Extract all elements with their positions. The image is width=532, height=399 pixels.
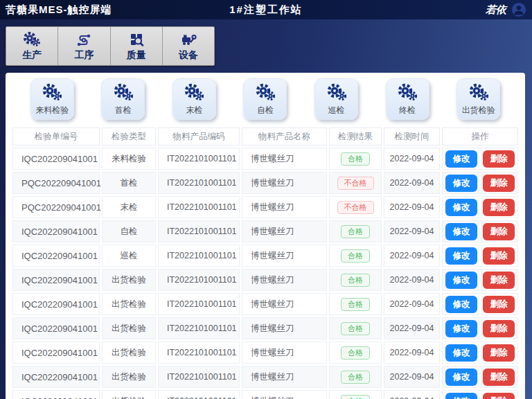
avatar[interactable] [511, 2, 526, 17]
edit-button[interactable]: 修改 [445, 320, 477, 337]
delete-button[interactable]: 删除 [483, 369, 515, 386]
delete-button[interactable]: 删除 [483, 150, 515, 168]
cell-result: 合格 [329, 148, 382, 170]
nav-label: 质量 [127, 49, 146, 62]
cell-result: 合格 [329, 317, 382, 339]
delete-button[interactable]: 删除 [483, 223, 515, 240]
content-panel: 来料检验 首检 末检 自检 巡检 [6, 73, 525, 399]
gears-icon [42, 82, 62, 103]
main-nav: 生产 工序 质量 [6, 26, 215, 66]
delete-button[interactable]: 删除 [483, 320, 515, 337]
edit-button[interactable]: 修改 [445, 344, 477, 362]
result-badge: 不合格 [337, 201, 374, 214]
cell-date: 2022-09-04 [384, 245, 440, 267]
delete-button[interactable]: 删除 [483, 344, 515, 362]
inspection-button[interactable]: 末检 [172, 78, 216, 120]
inspection-button[interactable]: 首检 [101, 78, 145, 120]
column-header-order-no: 检验单编号 [12, 127, 100, 145]
delete-button[interactable]: 删除 [483, 175, 515, 192]
cell-type: 自检 [102, 220, 156, 242]
nav-quality[interactable]: 质量 [111, 27, 163, 65]
cell-order-no: IQC202209041001 [12, 245, 100, 267]
cell-result: 不合格 [329, 172, 382, 194]
user-menu[interactable]: 若依 [486, 2, 526, 17]
cell-result: 不合格 [329, 196, 382, 218]
table-row: IQC202209041001 出货检验 IT2022101001101 博世螺… [12, 293, 518, 315]
cell-date: 2022-09-04 [384, 269, 440, 291]
inspection-button[interactable]: 终检 [386, 78, 429, 120]
column-header-material-code: 物料产品编码 [158, 127, 240, 145]
cell-actions: 修改 删除 [442, 366, 518, 388]
table-header: 检验单编号 检验类型 物料产品编码 物料产品名称 检测结果 检测时间 操作 [12, 127, 518, 145]
nav-production[interactable]: 生产 [6, 27, 58, 65]
result-badge: 合格 [341, 249, 370, 263]
inspection-button-label: 终检 [399, 105, 416, 116]
cell-date: 2022-09-04 [384, 317, 440, 339]
cell-material-name: 博世螺丝刀 [242, 342, 327, 364]
inspection-button[interactable]: 来料检验 [30, 78, 74, 120]
cell-result: 合格 [329, 245, 382, 267]
edit-button[interactable]: 修改 [445, 393, 477, 399]
quality-search-icon [127, 31, 145, 48]
cell-order-no: IQC202209041001 [12, 220, 100, 242]
inspection-button-label: 末检 [186, 105, 202, 116]
cell-material-code: IT2022101001101 [158, 148, 240, 170]
cell-order-no: IQC202209041001 [12, 269, 100, 291]
edit-button[interactable]: 修改 [445, 199, 477, 216]
cell-result: 合格 [329, 293, 382, 315]
inspection-button-label: 首检 [115, 105, 132, 116]
edit-button[interactable]: 修改 [445, 223, 477, 240]
result-badge: 合格 [341, 225, 370, 238]
delete-button[interactable]: 删除 [483, 199, 515, 216]
edit-button[interactable]: 修改 [445, 175, 477, 192]
equipment-icon [179, 31, 197, 48]
cell-material-name: 博世螺丝刀 [242, 293, 327, 315]
cell-type: 出货检验 [102, 390, 156, 399]
inspection-button-label: 巡检 [328, 105, 345, 116]
cell-date: 2022-09-04 [384, 172, 440, 194]
gears-icon [468, 82, 489, 103]
edit-button[interactable]: 修改 [445, 247, 477, 265]
edit-button[interactable]: 修改 [445, 272, 477, 289]
cell-order-no: IQC202209041001 [12, 342, 100, 364]
cell-result: 合格 [329, 269, 382, 291]
cell-material-name: 博世螺丝刀 [242, 366, 327, 388]
delete-button[interactable]: 删除 [483, 247, 515, 265]
cell-material-code: IT2022101001101 [158, 366, 240, 388]
cell-material-code: IT2022101001101 [158, 220, 240, 242]
nav-process[interactable]: 工序 [58, 27, 110, 65]
edit-button[interactable]: 修改 [445, 150, 477, 168]
cell-order-no: PQC202209041001 [12, 196, 100, 218]
inspection-button[interactable]: 自检 [243, 78, 287, 120]
cell-type: 出货检验 [102, 293, 156, 315]
cell-actions: 修改 删除 [442, 196, 518, 218]
cell-material-name: 博世螺丝刀 [242, 245, 327, 267]
username: 若依 [486, 3, 506, 17]
inspection-button[interactable]: 出货检验 [456, 78, 500, 120]
cell-material-name: 博世螺丝刀 [242, 269, 327, 291]
nav-label: 设备 [179, 49, 198, 62]
edit-button[interactable]: 修改 [445, 369, 477, 386]
table-row: IQC202209041001 来料检验 IT2022101001101 博世螺… [12, 148, 518, 170]
cell-type: 首检 [102, 172, 156, 194]
cell-material-name: 博世螺丝刀 [242, 172, 327, 194]
gears-icon [326, 82, 347, 103]
table-row: PQC202209041001 首检 IT2022101001101 博世螺丝刀… [12, 172, 518, 194]
cell-material-code: IT2022101001101 [158, 293, 240, 315]
cell-material-name: 博世螺丝刀 [242, 220, 327, 242]
gears-icon [397, 82, 418, 103]
column-header-result: 检测结果 [329, 127, 382, 145]
delete-button[interactable]: 删除 [483, 296, 515, 313]
edit-button[interactable]: 修改 [445, 296, 477, 313]
topbar: 苦糖果MES-触控屏端 1#注塑工作站 若依 [0, 0, 532, 19]
result-badge: 合格 [341, 322, 370, 335]
inspection-table: 检验单编号 检验类型 物料产品编码 物料产品名称 检测结果 检测时间 操作 IQ… [12, 127, 518, 399]
delete-button[interactable]: 删除 [483, 272, 515, 289]
cell-date: 2022-09-04 [384, 148, 440, 170]
nav-equipment[interactable]: 设备 [163, 27, 214, 65]
result-badge: 合格 [341, 152, 370, 166]
delete-button[interactable]: 删除 [483, 393, 515, 399]
inspection-button[interactable]: 巡检 [314, 78, 358, 120]
cell-date: 2022-09-04 [384, 390, 440, 399]
cell-result: 合格 [329, 366, 382, 388]
